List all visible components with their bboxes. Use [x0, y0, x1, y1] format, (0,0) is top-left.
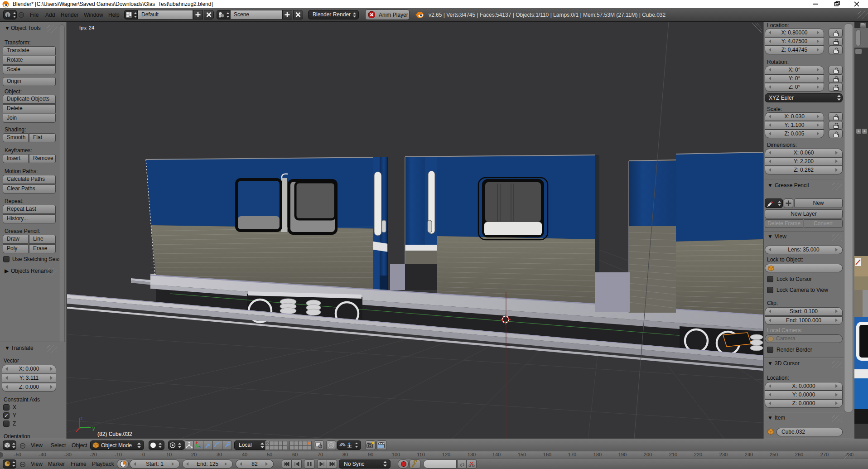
- svg-text:(82) Cube.032: (82) Cube.032: [97, 431, 132, 437]
- svg-text:y: y: [92, 425, 95, 431]
- svg-text:fps: 24: fps: 24: [79, 25, 94, 30]
- svg-text:i: i: [7, 12, 8, 18]
- svg-text:z: z: [81, 416, 83, 421]
